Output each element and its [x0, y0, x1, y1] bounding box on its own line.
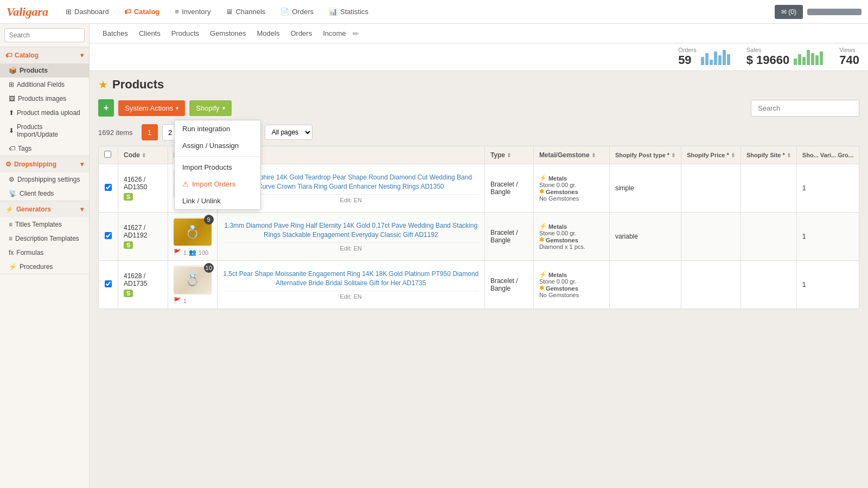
- nav-inventory[interactable]: ≡ Inventory: [168, 4, 217, 19]
- stat-sales: Sales $ 19660: [746, 47, 824, 67]
- system-actions-button[interactable]: System Actions ▾: [118, 100, 185, 116]
- th-type[interactable]: Type ⇕: [484, 146, 533, 164]
- product-title-1[interactable]: White Sapphire 14K Gold Teardrop Pear Sh…: [223, 173, 479, 191]
- sort-icon-shopify-post: ⇕: [671, 152, 675, 158]
- header-checkbox[interactable]: [104, 151, 111, 158]
- sidebar-search-input[interactable]: [4, 28, 85, 42]
- sidebar-item-product-media-upload[interactable]: ⬆ Product media upload: [0, 106, 89, 120]
- favorite-icon[interactable]: ★: [98, 78, 108, 91]
- row3-checkbox[interactable]: [105, 280, 112, 287]
- sidebar-item-additional-fields[interactable]: ⊞ Additional Fields: [0, 78, 89, 92]
- row1-metals: ⚡ Metals Stone 0.00 gr. ✱ Gemstones No G…: [539, 175, 604, 202]
- dropdown-run-integration[interactable]: Run integration: [175, 120, 260, 137]
- nav-statistics[interactable]: 📊 Statistics: [322, 4, 375, 19]
- dropdown-import-orders[interactable]: ⚠ Import Orders: [175, 176, 260, 192]
- row1-checkbox[interactable]: [105, 184, 112, 191]
- th-code[interactable]: Code ⇕: [118, 146, 168, 164]
- shopify-badge-1: S: [124, 193, 133, 201]
- dropdown-divider-1: [175, 156, 260, 157]
- sub-nav-products[interactable]: Products: [167, 26, 203, 41]
- th-shopify-price[interactable]: Shopify Price * ⇕: [681, 146, 741, 164]
- inventory-icon: ≡: [175, 8, 179, 16]
- row2-shopify-site: [741, 213, 796, 261]
- row3-title: 1.5ct Pear Shape Moissanite Engagement R…: [217, 261, 484, 309]
- sidebar-item-client-feeds[interactable]: 📡 Client feeds: [0, 187, 89, 201]
- product-media-upload-icon: ⬆: [9, 109, 14, 117]
- row3-shopify-type: [609, 261, 681, 309]
- th-metal-gemstone[interactable]: Metal/Gemstone ⇕: [533, 146, 609, 164]
- nav-channels[interactable]: 🖥 Channels: [219, 4, 272, 19]
- dropdown-import-products[interactable]: Import Products: [175, 159, 260, 176]
- dropdown-assign-unassign[interactable]: Assign / Unassign: [175, 137, 260, 154]
- sidebar-item-formulas[interactable]: fx Formulas: [0, 246, 89, 260]
- dropdown-link-unlink[interactable]: Link / Unlink: [175, 192, 260, 209]
- sidebar-item-products-images[interactable]: 🖼 Products images: [0, 92, 89, 106]
- product-image-2[interactable]: 💍 9: [174, 217, 212, 247]
- nav-orders[interactable]: 📄 Orders: [274, 4, 320, 19]
- client-feeds-icon: 📡: [9, 190, 17, 197]
- system-actions-chevron: ▾: [176, 105, 178, 111]
- product-image-3[interactable]: 💍 10: [174, 265, 212, 295]
- edit-icon[interactable]: ✏: [353, 29, 359, 38]
- sidebar-dropshipping-header[interactable]: ⚙ Dropshipping ▾: [0, 156, 89, 172]
- nav-dashboard[interactable]: ⊞ Dashboard: [59, 4, 116, 19]
- orders-icon: 📄: [280, 8, 289, 16]
- sub-nav-models[interactable]: Models: [253, 26, 284, 41]
- row2-flags: 🚩 1 👥 100: [174, 249, 212, 256]
- row3-code: 41628 / AD1735 S: [118, 261, 168, 309]
- product-title-3[interactable]: 1.5ct Pear Shape Moissanite Engagement R…: [223, 269, 479, 288]
- th-shopify-var-group[interactable]: Sho... Vari... Gro...: [796, 146, 859, 164]
- sub-nav-gemstones[interactable]: Gemstones: [206, 26, 250, 41]
- toolbar: + System Actions ▾ Shopify ▾ Run integra…: [98, 99, 859, 117]
- table-row: 41627 / AD1192 S 💍 9 🚩 1 👥: [99, 213, 859, 261]
- nav-catalog[interactable]: 🏷 Catalog: [118, 4, 167, 19]
- row3-type: Bracelet / Bangle: [484, 261, 533, 309]
- shopify-badge-3: S: [124, 290, 133, 297]
- row3-check[interactable]: [99, 261, 118, 309]
- row1-shopify-var: 1: [796, 164, 859, 213]
- row2-metals: ⚡ Metals Stone 0.00 gr. ✱ Gemstones Diam…: [539, 223, 604, 250]
- sidebar-item-description-templates[interactable]: ≡ Description Templates: [0, 232, 89, 246]
- sub-nav-batches[interactable]: Batches: [98, 26, 132, 41]
- sub-nav-clients[interactable]: Clients: [135, 26, 165, 41]
- sidebar-item-titles-templates[interactable]: ≡ Titles Templates: [0, 217, 89, 232]
- sub-nav-orders[interactable]: Orders: [286, 26, 316, 41]
- sidebar-item-products[interactable]: 📦 Products: [0, 63, 89, 78]
- shopify-button[interactable]: Shopify ▾: [189, 100, 231, 116]
- sidebar-generators-header[interactable]: ⚡ Generators ▾: [0, 201, 89, 217]
- search-input[interactable]: [751, 100, 859, 117]
- th-shopify-post-type[interactable]: Shopify Post type * ⇕: [609, 146, 681, 164]
- sidebar-item-procedures[interactable]: ⚡ Procedures: [0, 260, 89, 274]
- shopify-dropdown-menu: Run integration Assign / Unassign Import…: [174, 120, 261, 210]
- gemstone-star-3: ✱: [539, 285, 544, 292]
- orders-chart: [701, 49, 730, 65]
- shopify-chevron: ▾: [222, 105, 225, 111]
- user-button[interactable]: [807, 9, 861, 15]
- row1-code: 41626 / AD1350 S: [118, 164, 168, 213]
- sidebar-item-products-import[interactable]: ⬇ Products Import/Update: [0, 120, 89, 142]
- product-edit-3[interactable]: Edit: EN: [223, 291, 479, 300]
- row2-checkbox[interactable]: [105, 232, 112, 239]
- product-edit-2[interactable]: Edit: EN: [223, 242, 479, 252]
- row3-flags: 🚩 1: [174, 297, 212, 304]
- sub-nav-income[interactable]: Income: [318, 26, 350, 41]
- logo[interactable]: Valigara: [7, 5, 48, 19]
- row2-check[interactable]: [99, 213, 118, 261]
- sidebar-item-dropshipping-settings[interactable]: ⚙ Dropshipping settings: [0, 172, 89, 187]
- products-images-icon: 🖼: [9, 95, 15, 102]
- row2-title: 1.3mm Diamond Pave Ring Half Eternity 14…: [217, 213, 484, 261]
- th-shopify-site[interactable]: Shopify Site * ⇕: [741, 146, 796, 164]
- sidebar-item-tags[interactable]: 🏷 Tags: [0, 142, 89, 156]
- add-button[interactable]: +: [98, 99, 114, 117]
- formulas-icon: fx: [9, 249, 14, 256]
- procedures-icon: ⚡: [9, 263, 17, 271]
- page-btn-1[interactable]: 1: [142, 124, 158, 140]
- row3-shopify-price: [681, 261, 741, 309]
- sidebar-catalog-header[interactable]: 🏷 Catalog ▾: [0, 47, 89, 63]
- product-edit-1[interactable]: Edit: EN: [223, 194, 479, 203]
- product-title-2[interactable]: 1.3mm Diamond Pave Ring Half Eternity 14…: [223, 221, 479, 240]
- items-count: 1692 items: [98, 129, 133, 137]
- row1-check[interactable]: [99, 164, 118, 213]
- select-dropdown[interactable]: All pages: [265, 125, 312, 140]
- mail-button[interactable]: ✉ (0): [775, 5, 803, 19]
